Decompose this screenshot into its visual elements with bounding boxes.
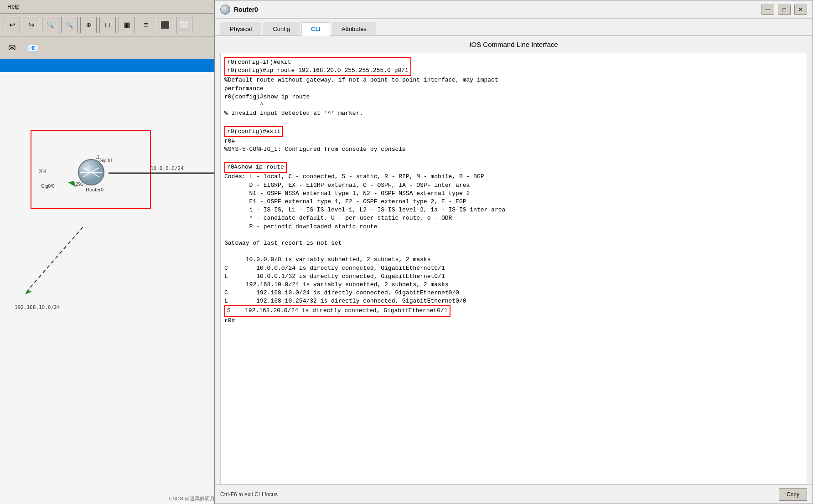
cli-line: C 10.0.0.0/24 is directly connected, Gig… — [224, 264, 803, 273]
more-button[interactable]: ⬜ — [176, 17, 192, 33]
svg-text:10.0.0.0/24: 10.0.0.0/24 — [150, 165, 184, 171]
zoom-out-button[interactable]: 🔍 — [61, 17, 78, 33]
svg-text:Gig0/1: Gig0/1 — [99, 158, 113, 163]
svg-text:.254: .254 — [37, 169, 47, 174]
svg-text:Router0: Router0 — [86, 187, 104, 192]
svg-text:291: 291 — [76, 182, 83, 187]
zoom-in-button[interactable]: 🔍 — [42, 17, 58, 33]
highlighted-block-2: r0(config)#exit — [224, 126, 283, 137]
dialog-title: Router0 — [234, 6, 761, 13]
dialog-titlebar: Router0 — □ ✕ — [215, 0, 813, 19]
cli-line: L 192.168.10.254/32 is directly connecte… — [224, 297, 803, 305]
minimize-button[interactable]: — — [761, 5, 774, 15]
svg-text:192.168.10.0/24: 192.168.10.0/24 — [15, 304, 60, 310]
redo-button[interactable]: ↪ — [23, 17, 39, 33]
highlighted-block-1: r0(config-if)#exit r0(config)#ip route 1… — [224, 57, 411, 76]
router-dialog: Router0 — □ ✕ Physical Config CLI Attrib… — [214, 0, 813, 504]
svg-text:Gig0/0: Gig0/0 — [41, 184, 55, 189]
print-button[interactable]: ⬛ — [157, 17, 173, 33]
cli-line: r0(config)#show ip route — [224, 93, 803, 101]
toolbar-2: ✉ 📧 — [0, 36, 217, 59]
cli-line: i - IS-IS, L1 - IS-IS level-1, L2 - IS-I… — [224, 206, 803, 214]
bottom-hint: Ctrl-F6 to exit CLI focus — [220, 491, 278, 498]
cli-line: r0(config)#exit — [227, 128, 280, 136]
blue-bar — [0, 59, 217, 72]
tab-config[interactable]: Config — [263, 22, 300, 35]
cli-line: ^ — [224, 101, 803, 109]
tab-cli[interactable]: CLI — [301, 22, 330, 36]
dialog-controls: — □ ✕ — [761, 5, 807, 15]
bottom-bar: Ctrl-F6 to exit CLI focus Copy — [215, 484, 813, 504]
close-button[interactable]: ✕ — [794, 5, 807, 15]
cli-line: %Default route without gateway, if not a… — [224, 76, 803, 84]
cli-line: E1 - OSPF external type 1, E2 - OSPF ext… — [224, 198, 803, 206]
cli-line: r0#show ip route — [227, 163, 284, 171]
cli-line: 10.0.0.0/8 is variably subnetted, 2 subn… — [224, 256, 803, 264]
table-button[interactable]: ▦ — [119, 17, 135, 33]
palette-button[interactable]: ≡ — [138, 17, 154, 33]
cli-line: S 192.168.20.0/24 is directly connected,… — [227, 307, 448, 315]
cli-line: D - EIGRP, EX - EIGRP external, O - OSPF… — [224, 181, 803, 190]
help-menu[interactable]: Help — [4, 3, 23, 10]
dialog-title-icon — [220, 5, 230, 15]
copy-button[interactable]: Copy — [779, 488, 807, 501]
cli-line: 192.168.10.0/24 is variably subnetted, 2… — [224, 281, 803, 289]
dialog-tabs: Physical Config CLI Attributes — [215, 19, 813, 36]
menu-bar: Help — [0, 0, 217, 14]
highlighted-block-4: S 192.168.20.0/24 is directly connected,… — [224, 305, 451, 316]
svg-text:.1: .1 — [96, 154, 100, 159]
ios-title: IOS Command Line Interface — [215, 36, 813, 53]
tab-attributes[interactable]: Attributes — [332, 22, 376, 35]
left-panel: Help ↩ ↪ 🔍 🔍 ⊕ □ ▦ ≡ ⬛ ⬜ ✉ 📧 192.168.10.… — [0, 0, 217, 504]
tab-physical[interactable]: Physical — [220, 22, 261, 35]
cli-line: L 10.0.0.1/32 is directly connected, Gig… — [224, 273, 803, 281]
zoom-fit-button[interactable]: ⊕ — [80, 17, 97, 33]
watermark: CSDN @逍风醉明月 — [169, 495, 215, 502]
highlighted-block-3: r0#show ip route — [224, 162, 287, 173]
cli-line: r0# — [224, 317, 803, 325]
cli-line: * - candidate default, U - per-user stat… — [224, 214, 803, 222]
envelope2-button[interactable]: 📧 — [25, 40, 41, 56]
cli-line: r0(config)#ip route 192.168.20.0 255.255… — [227, 67, 409, 75]
maximize-button[interactable]: □ — [778, 5, 791, 15]
envelope1-button[interactable]: ✉ — [4, 40, 20, 56]
svg-marker-2 — [25, 290, 32, 294]
dialog-content: IOS Command Line Interface r0(config-if)… — [215, 36, 813, 504]
cli-line: Gateway of last resort is not set — [224, 239, 803, 247]
cli-line: %SYS-5-CONFIG_I: Configured from console… — [224, 145, 803, 154]
cli-line: % Invalid input detected at '^' marker. — [224, 109, 803, 118]
cli-line: performance — [224, 85, 803, 93]
network-diagram: 192.168.10.0/24 10.0.0.0/24 Router0 — [0, 72, 217, 504]
cli-line: Codes: L - local, C - connected, S - sta… — [224, 173, 803, 181]
cli-area[interactable]: r0(config-if)#exit r0(config)#ip route 1… — [220, 53, 807, 484]
svg-line-1 — [27, 227, 83, 291]
cli-line: r0# — [224, 137, 803, 145]
cli-line: C 192.168.10.0/24 is directly connected,… — [224, 289, 803, 297]
cli-line: r0(config-if)#exit — [227, 58, 409, 67]
cli-line: P - periodic downloaded static route — [224, 223, 803, 231]
network-canvas[interactable]: 192.168.10.0/24 10.0.0.0/24 Router0 — [0, 72, 217, 504]
rect-select-button[interactable]: □ — [99, 17, 116, 33]
undo-button[interactable]: ↩ — [4, 17, 20, 33]
toolbar-1: ↩ ↪ 🔍 🔍 ⊕ □ ▦ ≡ ⬛ ⬜ — [0, 14, 217, 36]
cli-line: N1 - OSPF NSSA external type 1, N2 - OSP… — [224, 190, 803, 198]
